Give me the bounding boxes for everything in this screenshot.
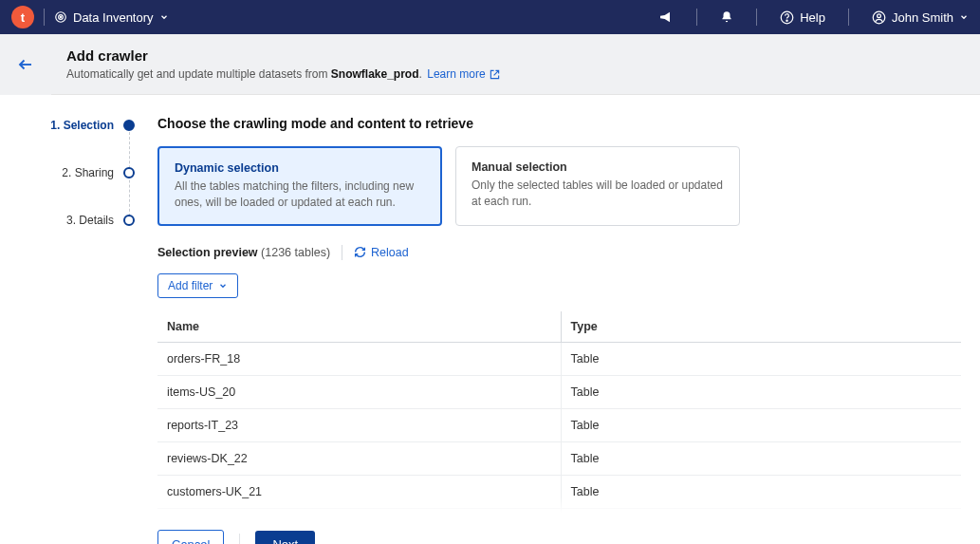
user-name: John Smith xyxy=(892,10,953,25)
cell-type: Table xyxy=(561,342,961,375)
selection-table: Name Type orders-FR_18Table items-US_20T… xyxy=(157,311,961,513)
table-row[interactable]: orders-FR_18Table xyxy=(157,342,961,375)
cancel-button[interactable]: Cancel xyxy=(157,530,224,544)
mode-dynamic-card[interactable]: Dynamic selection All the tables matchin… xyxy=(157,146,442,226)
source-name: Snowflake_prod xyxy=(331,67,419,81)
reload-button[interactable]: Reload xyxy=(354,246,409,259)
page-title: Add crawler xyxy=(66,47,965,64)
content-pane: Choose the crawling mode and content to … xyxy=(142,95,980,544)
cell-type: Table xyxy=(561,408,961,441)
subtitle-post: . xyxy=(419,67,422,81)
cell-name: reports-IT_23 xyxy=(157,408,561,441)
reload-icon xyxy=(354,246,366,258)
add-filter-label: Add filter xyxy=(168,279,213,292)
announcement-icon[interactable] xyxy=(658,9,674,25)
step-dot-filled-icon xyxy=(123,120,135,131)
cell-name: items-US_20 xyxy=(157,375,561,408)
user-icon xyxy=(872,10,886,25)
col-header-name[interactable]: Name xyxy=(157,311,561,343)
preview-count: (1236 tables) xyxy=(261,246,330,259)
external-link-icon xyxy=(490,69,500,80)
help-icon xyxy=(780,10,794,25)
learn-more-label: Learn more xyxy=(427,67,485,81)
table-row[interactable]: customers-UK_21Table xyxy=(157,475,961,508)
cell-type: Table xyxy=(561,375,961,408)
top-nav: t Data Inventory Help Joh xyxy=(0,0,980,34)
mode-manual-card[interactable]: Manual selection Only the selected table… xyxy=(455,146,740,226)
nav-divider xyxy=(44,9,45,26)
step-label: 3. Details xyxy=(66,214,114,227)
inventory-selector-label: Data Inventory xyxy=(73,10,154,25)
cell-name: sales-GE_19 xyxy=(157,508,561,513)
cell-type: Table xyxy=(561,508,961,513)
add-filter-button[interactable]: Add filter xyxy=(157,273,238,298)
learn-more-link[interactable]: Learn more xyxy=(427,67,499,81)
divider xyxy=(239,534,240,544)
chevron-down-icon xyxy=(959,12,969,22)
page-subtitle: Automatically get and update multiple da… xyxy=(66,67,965,81)
preview-label: Selection preview xyxy=(157,246,258,259)
step-dot-icon xyxy=(123,215,135,226)
cell-type: Table xyxy=(561,441,961,475)
cell-name: reviews-DK_22 xyxy=(157,441,561,475)
step-selection[interactable]: 1. Selection xyxy=(0,116,142,135)
col-header-type[interactable]: Type xyxy=(561,311,961,343)
nav-divider xyxy=(848,9,849,26)
svg-point-2 xyxy=(60,16,61,17)
help-label: Help xyxy=(800,10,825,25)
inventory-selector[interactable]: Data Inventory xyxy=(54,10,169,25)
next-button[interactable]: Next xyxy=(255,531,315,544)
divider xyxy=(342,245,342,260)
subtitle-pre: Automatically get and update multiple da… xyxy=(66,67,331,81)
target-icon xyxy=(54,10,67,24)
user-menu[interactable]: John Smith xyxy=(872,10,969,25)
cell-name: customers-UK_21 xyxy=(157,475,561,508)
svg-point-6 xyxy=(878,13,881,17)
reload-label: Reload xyxy=(371,246,409,259)
chevron-down-icon xyxy=(218,281,228,291)
chevron-down-icon xyxy=(159,12,169,22)
table-row[interactable]: sales-GE_19Table xyxy=(157,508,961,513)
bell-icon[interactable] xyxy=(720,10,733,24)
step-dot-icon xyxy=(123,167,135,178)
table-row[interactable]: reviews-DK_22Table xyxy=(157,441,961,475)
mode-manual-desc: Only the selected tables will be loaded … xyxy=(472,178,724,210)
step-label: 2. Sharing xyxy=(62,166,114,179)
table-row[interactable]: reports-IT_23Table xyxy=(157,408,961,441)
cell-type: Table xyxy=(561,475,961,508)
mode-dynamic-desc: All the tables matching the filters, inc… xyxy=(175,178,425,211)
content-heading: Choose the crawling mode and content to … xyxy=(157,116,961,131)
action-bar: Cancel Next xyxy=(157,513,961,544)
main-area: 1. Selection 2. Sharing 3. Details Choos… xyxy=(0,95,980,544)
cell-name: orders-FR_18 xyxy=(157,342,561,375)
app-logo[interactable]: t xyxy=(11,6,34,28)
page-subheader: Add crawler Automatically get and update… xyxy=(0,34,980,95)
svg-point-4 xyxy=(786,20,787,21)
help-link[interactable]: Help xyxy=(780,10,825,25)
table-wrapper: Name Type orders-FR_18Table items-US_20T… xyxy=(157,311,961,513)
nav-divider xyxy=(696,9,697,26)
mode-dynamic-title: Dynamic selection xyxy=(175,161,425,175)
steps-sidebar: 1. Selection 2. Sharing 3. Details xyxy=(0,95,142,544)
step-label: 1. Selection xyxy=(50,119,114,132)
table-row[interactable]: items-US_20Table xyxy=(157,375,961,408)
mode-manual-title: Manual selection xyxy=(472,160,724,174)
nav-divider xyxy=(756,9,757,26)
back-button[interactable] xyxy=(17,56,34,73)
step-sharing[interactable]: 2. Sharing xyxy=(0,163,142,182)
step-details[interactable]: 3. Details xyxy=(0,211,142,230)
